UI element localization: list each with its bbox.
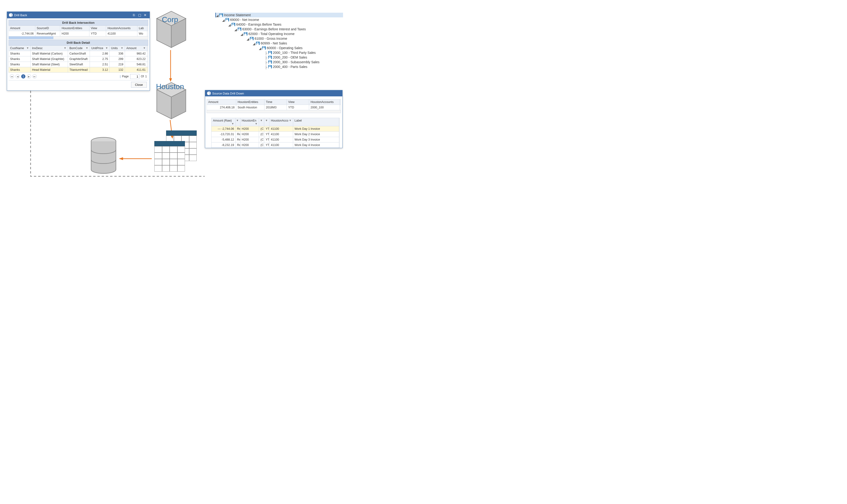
drill-down-top-row[interactable]: 274,406.18 South Houston 2018M3 YTD 2000…: [207, 105, 341, 110]
page-of: Of: [141, 75, 144, 78]
col-units[interactable]: Units▼: [110, 46, 125, 51]
tree-item[interactable]: ◢63000 - Earnings Before Interest and Ta…: [216, 27, 343, 32]
svg-marker-8: [169, 78, 172, 82]
pin-button[interactable]: ⎘: [131, 13, 136, 17]
filter-icon[interactable]: ▼: [27, 47, 29, 49]
nested-row[interactable]: -8,232.19ReH200(CYT41100Work Day 4 Invoi…: [211, 142, 340, 148]
tree-collapse-icon[interactable]: ◢: [246, 37, 249, 40]
page-total: 1: [145, 75, 147, 78]
ncol-mini3[interactable]: ▼: [264, 118, 270, 126]
drill-back-titlebar[interactable]: Drill Back ⎘ ▢ ✕: [7, 12, 150, 18]
tree-line-icon: ├: [265, 51, 268, 54]
tree-collapse-icon[interactable]: ◢: [240, 33, 243, 35]
tree-label: Income Statement: [224, 13, 251, 17]
detail-row[interactable]: ShanksShaft Material (Carbon)CarbonShaft…: [8, 51, 148, 56]
ncol-label[interactable]: Label: [293, 118, 339, 126]
ncol-amount[interactable]: Amount (Raw)▼: [211, 118, 236, 126]
ncell-m2: (C: [259, 126, 264, 131]
dd-col-view[interactable]: View: [287, 100, 309, 105]
pager-prev-button[interactable]: ◀: [16, 74, 20, 78]
tree-item[interactable]: ◢62000 - Total Operating Income: [216, 32, 343, 36]
filter-icon[interactable]: ▼: [236, 119, 239, 122]
filter-icon[interactable]: ▼: [255, 122, 257, 125]
col-label[interactable]: Lab: [137, 25, 147, 31]
drill-down-titlebar[interactable]: Source Data Drill Down: [205, 90, 342, 96]
ncell-label: Work Day 3 Invoice: [293, 137, 339, 142]
ncell-label: Work Day 2 Invoice: [293, 132, 339, 137]
pager-page-1[interactable]: 1: [21, 74, 25, 78]
filter-icon[interactable]: ▼: [265, 119, 268, 122]
ncol-mini2[interactable]: ▼: [259, 118, 264, 126]
intersection-hscroll[interactable]: [8, 36, 148, 39]
filter-icon[interactable]: ▼: [143, 47, 145, 49]
filter-icon[interactable]: ▼: [289, 119, 292, 122]
col-amount2[interactable]: Amount▼: [125, 46, 147, 51]
tree-item[interactable]: ◢60000 - Operating Sales: [216, 46, 343, 50]
pager-last-button[interactable]: ⏭: [33, 74, 37, 78]
dd-col-amount[interactable]: Amount: [207, 100, 236, 105]
tree-item[interactable]: ├2000_100 - Third Party Sales: [216, 50, 343, 55]
col-custname[interactable]: CustName▼: [9, 46, 31, 51]
tree-item[interactable]: ◢Income Statement: [215, 13, 343, 17]
tree-collapse-icon[interactable]: ◢: [259, 47, 262, 49]
detail-row[interactable]: ShanksShaft Material (Graphite)GraphiteS…: [8, 56, 148, 62]
ncell-amount: -13,720.31: [211, 132, 236, 137]
col-view[interactable]: View: [89, 25, 106, 31]
ncol-acc[interactable]: HoustonAcco▼: [270, 118, 293, 126]
col-bomcode[interactable]: BomCode▼: [68, 46, 90, 51]
app-icon: [207, 91, 211, 95]
tree-collapse-icon[interactable]: ◢: [222, 18, 225, 21]
maximize-button[interactable]: ▢: [137, 13, 142, 17]
tree-item[interactable]: ├2000_200 - OEM Sales: [216, 55, 343, 60]
col-unitprice[interactable]: UnitPrice▼: [90, 46, 110, 51]
page-input[interactable]: [130, 74, 139, 79]
col-invdesc[interactable]: InvDesc▼: [31, 46, 68, 51]
col-entities[interactable]: HoustonEntities: [60, 25, 89, 31]
tree-collapse-icon[interactable]: ◢: [228, 23, 231, 26]
col-accounts[interactable]: HoustonAccounts: [106, 25, 137, 31]
filter-icon[interactable]: ▼: [231, 122, 234, 125]
col-amount[interactable]: Amount: [9, 25, 35, 31]
ncell-amount: -5,488.12: [211, 137, 236, 142]
tree-item[interactable]: ├2000_300 - Subassembly Sales: [216, 60, 343, 65]
tree-item[interactable]: ├2000_400 - Parts Sales: [216, 65, 343, 69]
detail-row[interactable]: ShanksShaft Material (Steel)SteelShaft2.…: [8, 62, 148, 67]
tree-item[interactable]: ◢64000 - Earnings Before Taxes: [216, 22, 343, 27]
dd-col-time[interactable]: Time: [264, 100, 287, 105]
collapse-icon[interactable]: —: [218, 127, 221, 130]
pager-next-button[interactable]: ▶: [27, 74, 31, 78]
filter-icon[interactable]: ▼: [121, 47, 123, 49]
filter-icon[interactable]: ▼: [64, 47, 66, 49]
cell-units: 132: [110, 67, 125, 72]
nested-row[interactable]: -13,720.31ReH200(CYT41100Work Day 2 Invo…: [211, 132, 340, 137]
ncol-ent[interactable]: HoustonEn▼: [240, 118, 259, 126]
filter-icon[interactable]: ▼: [86, 47, 88, 49]
pager-first-button[interactable]: ⏮: [10, 74, 14, 78]
tree-item[interactable]: ◢60999 - Net Sales: [216, 41, 343, 46]
tree-item[interactable]: ◢69000 - Net Income: [216, 17, 343, 22]
tree-collapse-icon[interactable]: ◢: [253, 42, 256, 45]
tree-line-icon: ├: [265, 61, 268, 64]
filter-icon[interactable]: ▼: [105, 47, 108, 49]
nested-row[interactable]: —-2,744.06ReH200(CYT41100Work Day 1 Invo…: [211, 126, 340, 132]
tree-collapse-icon[interactable]: ◢: [234, 28, 237, 31]
tree-collapse-icon[interactable]: ◢: [216, 14, 219, 16]
dd-col-entities[interactable]: HoustonEntities: [236, 100, 264, 105]
ncol-mini1[interactable]: ▼: [236, 118, 240, 126]
intersection-row[interactable]: -2,744.06 RevenueMgmt H200 YTD 41100 Wo: [8, 31, 148, 36]
cell-cust: Shanks: [9, 67, 31, 72]
col-sourceid[interactable]: SourceID: [35, 25, 60, 31]
filter-icon[interactable]: ▼: [260, 119, 263, 122]
dd-col-accounts[interactable]: HoustonAccounts: [309, 100, 340, 105]
tree-item[interactable]: ◢61000 - Gross Income: [216, 36, 343, 41]
detail-row[interactable]: ShanksHead MaterialTitaniumHead3.1213241…: [8, 67, 148, 73]
ncell-acc: 41100: [270, 126, 293, 131]
cell-units: 336: [110, 51, 125, 56]
nested-row[interactable]: -5,488.12ReH200(CYT41100Work Day 3 Invoi…: [211, 137, 340, 142]
drill-back-window: Drill Back ⎘ ▢ ✕ Drill Back Intersection…: [7, 12, 150, 91]
dd-hscroll[interactable]: [207, 110, 341, 113]
close-x-button[interactable]: ✕: [142, 13, 148, 17]
account-icon: [250, 37, 254, 40]
close-button[interactable]: Close: [131, 82, 147, 88]
drill-down-window: Source Data Drill Down Amount HoustonEnt…: [205, 90, 343, 148]
